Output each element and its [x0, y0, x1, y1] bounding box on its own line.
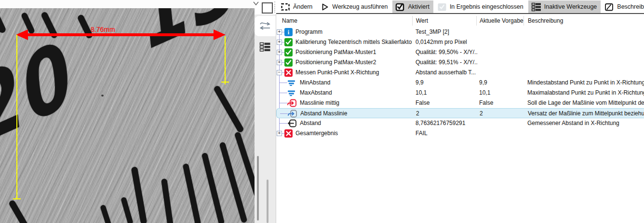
ruler-tick: [161, 179, 174, 223]
swap-arrows-icon: [259, 21, 271, 31]
selection-rect-icon: [281, 2, 290, 12]
expand-toggle[interactable]: −: [277, 70, 282, 75]
tabstrip-scrollbar[interactable]: [267, 180, 268, 223]
table-row-abstand[interactable]: Abstand8,76362176759291Gemessener Abstan…: [276, 118, 644, 128]
ruler-tick: [131, 167, 148, 223]
row-name: Programm: [295, 28, 412, 35]
row-beschreibung: Mindestabstand Punkt zu Punkt in X-Richt…: [527, 79, 644, 86]
row-wert: 10,1: [416, 89, 477, 96]
toolbar-button-in-ergebnis-eingeschlossen[interactable]: In Ergebnis eingeschlossen: [434, 0, 527, 13]
table-row-kalibrierung-telezentrisch-mittels-skalierfaktor[interactable]: +Kalibrierung Telezentrisch mittels Skal…: [276, 37, 644, 47]
surface-speck: [101, 95, 104, 97]
guide-line-right: [225, 36, 226, 84]
table-row-masslinie-mittig[interactable]: Masslinie mittigFalseFalseSoll die Lage …: [276, 98, 644, 108]
ruler-number-20: 20: [0, 30, 77, 154]
column-header-name[interactable]: Name: [282, 17, 297, 24]
toolbar-button-werkzeug-ausf-hren[interactable]: Werkzeug ausführen: [317, 0, 391, 13]
table-row-positionierung-patmax-muster2[interactable]: +Positionierung PatMax-Muster2Qualität: …: [276, 57, 644, 68]
guide-cross-right: [221, 82, 229, 83]
expand-toggle[interactable]: +: [277, 131, 282, 136]
column-header-vorgabe[interactable]: Aktuelle Vorgabe: [480, 17, 523, 24]
row-name: Masslinie mittig: [300, 99, 412, 106]
table-row-minabstand[interactable]: MinAbstand9,99,9Mindestabstand Punkt zu …: [276, 78, 644, 88]
list-view-icon: [259, 42, 271, 52]
camera-image-viewport[interactable]: 130 20 8.76mm: [0, 8, 255, 223]
collapse-chevron-icon[interactable]: [253, 0, 260, 7]
guide-line-left: [16, 35, 17, 199]
dimension-arrowhead-left: [16, 29, 28, 40]
table-row-programm[interactable]: +iProgrammTest_3MP [2]: [276, 27, 644, 37]
tool-tree-table: +iProgrammTest_3MP [2]+Kalibrierung Tele…: [276, 27, 644, 143]
row-name: Gesamtergebnis: [295, 130, 412, 137]
ruler-tick: [183, 163, 201, 223]
toolbar-button--ndern[interactable]: Ändern: [278, 0, 316, 13]
column-header-wert[interactable]: Wert: [416, 17, 428, 24]
row-name: MinAbstand: [300, 79, 412, 86]
info-status-icon: i: [284, 28, 293, 36]
row-wert: 9,9: [416, 79, 477, 86]
limit-status-icon: [287, 89, 295, 97]
play-icon: [320, 2, 329, 12]
row-wert: 0,0142mm pro Pixel: [416, 39, 477, 45]
row-wert: Abstand ausserhalb T...: [416, 69, 477, 76]
row-wert: FAIL: [416, 130, 477, 137]
ruler-tick: [201, 153, 225, 223]
pass-status-icon: [284, 38, 293, 46]
ruler-tick: [8, 199, 29, 223]
pass-status-icon: [284, 48, 293, 56]
side-tab-compare-view[interactable]: [255, 16, 276, 36]
toolbar-button-beschreibung-ndern[interactable]: Beschreibung ändern: [602, 0, 644, 13]
table-row-messen-punkt-punkt-x-richtung[interactable]: −Messen Punkt-Punkt X-RichtungAbstand au…: [276, 68, 644, 78]
row-name: Abstand: [300, 120, 412, 126]
limit-status-icon: [287, 79, 295, 87]
image-select-checkbox[interactable]: [262, 2, 273, 14]
expand-toggle[interactable]: +: [277, 40, 282, 45]
row-beschreibung: Versatz der Maßlinie zum Mittelpunkt bez…: [528, 110, 644, 117]
arrow-out-status-icon: [287, 119, 295, 127]
image-view-header: [0, 0, 255, 8]
toolbar-grip[interactable]: [274, 1, 275, 13]
pencil-icon: [604, 2, 614, 12]
row-name: Messen Punkt-Punkt X-Richtung: [295, 69, 412, 76]
row-vorgabe: False: [479, 99, 525, 106]
row-name: Kalibrierung Telezentrisch mittels Skali…: [295, 39, 412, 45]
column-header-beschreibung[interactable]: Beschreibung: [528, 17, 563, 24]
ruler-tick: [100, 204, 112, 223]
row-vorgabe: 9,9: [479, 79, 525, 86]
toolbar-button-label: Werkzeug ausführen: [332, 3, 388, 10]
table-row-gesamtergebnis[interactable]: +GesamtergebnisFAIL: [276, 128, 644, 139]
row-wert: Test_3MP [2]: [416, 28, 477, 35]
table-row-maxabstand[interactable]: MaxAbstand10,110,1Maximalabstand Punkt z…: [276, 88, 644, 98]
fail-status-icon: [284, 129, 293, 138]
expand-toggle[interactable]: +: [277, 29, 282, 35]
fail-status-icon: [284, 69, 293, 77]
expand-toggle[interactable]: +: [277, 60, 282, 65]
tool-list-icon: [531, 2, 541, 12]
row-vorgabe: 10,1: [479, 89, 525, 96]
ruler-tick: [121, 197, 134, 223]
tool-toolbar: ÄndernWerkzeug ausführenAktiviertIn Erge…: [278, 0, 644, 14]
toolbar-button-label: Inaktive Werkzeuge: [544, 3, 597, 10]
toolbar-button-label: Aktiviert: [408, 3, 429, 10]
row-name: MaxAbstand: [300, 89, 412, 96]
toolbar-button-aktiviert[interactable]: Aktiviert: [392, 0, 433, 13]
expand-toggle[interactable]: +: [277, 50, 282, 55]
dimension-arrow-shaft: [25, 33, 216, 36]
toolbar-button-label: In Ergebnis eingeschlossen: [450, 3, 523, 10]
table-row-positionierung-patmax-muster1[interactable]: +Positionierung PatMax-Muster1Qualität: …: [276, 47, 644, 57]
image-vertical-scrollbar[interactable]: [257, 156, 259, 221]
pass-status-icon: [284, 58, 293, 67]
table-row-abstand-masslinie[interactable]: Abstand Masslinie22Versatz der Maßlinie …: [276, 108, 644, 118]
toolbar-button-inaktive-werkzeuge[interactable]: Inaktive Werkzeuge: [528, 0, 601, 13]
row-wert: Qualität: 99,50% - X/Y/...: [416, 49, 477, 56]
table-header: Name Wert Aktuelle Vorgabe Beschreibung: [276, 14, 644, 27]
ruler-tick: [213, 85, 244, 133]
checkbox-checked-icon: [395, 2, 405, 12]
side-tab-tool-list-view[interactable]: [255, 37, 276, 57]
ruler-tick: [0, 14, 7, 34]
row-name: Positionierung PatMax-Muster1: [295, 49, 412, 56]
row-beschreibung: Soll die Lage der Maßlinie vom Mittelpun…: [527, 99, 644, 106]
arrow-in-blue-status-icon: [288, 110, 296, 118]
toolbar-button-label: Beschreibung ändern: [617, 3, 644, 10]
row-wert: 2: [416, 110, 478, 117]
